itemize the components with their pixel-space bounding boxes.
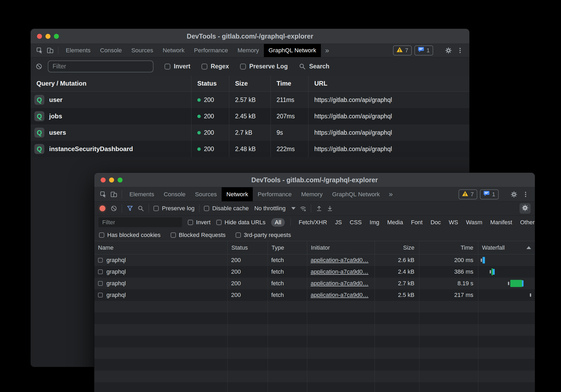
throttling-select[interactable]: No throttling [254, 205, 296, 212]
chip-media[interactable]: Media [387, 219, 403, 226]
request-row[interactable]: graphql 200 fetch application-a7ca9d0… 2… [94, 266, 535, 278]
chip-doc[interactable]: Doc [431, 219, 441, 226]
request-row[interactable]: graphql 200 fetch application-a7ca9d0… 2… [94, 278, 535, 289]
settings-gear-icon[interactable] [509, 190, 518, 199]
kebab-menu-icon[interactable] [521, 190, 530, 199]
tab-network[interactable]: Network [222, 187, 253, 201]
regex-checkbox[interactable] [202, 64, 207, 69]
query-row[interactable]: Qjobs 200 2.45 kB 207ms https://gitlab.c… [31, 108, 469, 124]
filter-input[interactable] [99, 217, 182, 227]
column-header[interactable]: Type [268, 241, 307, 254]
chip-js[interactable]: JS [335, 219, 342, 226]
tab-memory[interactable]: Memory [233, 44, 264, 57]
blocked-requests-option: Blocked Requests [171, 232, 226, 239]
preserve-log-checkbox[interactable] [240, 64, 246, 69]
chip-img[interactable]: Img [370, 219, 379, 226]
kebab-menu-icon[interactable] [456, 46, 465, 55]
initiator-link[interactable]: application-a7ca9d0… [311, 280, 368, 287]
record-button[interactable] [100, 206, 105, 211]
initiator-link[interactable]: application-a7ca9d0… [311, 257, 368, 264]
query-badge: Q [34, 95, 44, 105]
settings-gear-icon[interactable] [444, 46, 453, 55]
network-conditions-icon[interactable] [300, 205, 306, 212]
chip-css[interactable]: CSS [350, 219, 362, 226]
warnings-badge[interactable]: 7 [393, 45, 412, 55]
tab-sources[interactable]: Sources [127, 44, 158, 57]
has-blocked-cookies-option: Has blocked cookies [99, 232, 161, 239]
query-row[interactable]: QinstanceSecurityDashboard 200 2.48 kB 2… [31, 141, 469, 157]
search-control[interactable]: Search [299, 63, 329, 70]
tab-elements[interactable]: Elements [61, 44, 95, 57]
column-header[interactable]: URL [308, 76, 469, 91]
preserve-log-checkbox[interactable] [153, 206, 159, 211]
chip-wasm[interactable]: Wasm [466, 219, 483, 226]
tab-memory[interactable]: Memory [296, 187, 327, 201]
chip-other[interactable]: Other [520, 219, 535, 226]
column-header[interactable]: Size [229, 76, 270, 91]
tab-performance[interactable]: Performance [253, 187, 296, 201]
column-header[interactable]: Name [94, 241, 227, 254]
tab-console[interactable]: Console [159, 187, 190, 201]
tab-graphql-network[interactable]: GraphQL Network [264, 44, 321, 57]
waterfall-bars [478, 266, 535, 278]
chip-font[interactable]: Font [411, 219, 423, 226]
row-checkbox[interactable] [98, 269, 103, 274]
tab-network[interactable]: Network [158, 44, 189, 57]
messages-badge[interactable]: 1 [414, 45, 433, 55]
device-toolbar-icon[interactable] [46, 44, 55, 57]
chip-manifest[interactable]: Manifest [490, 219, 512, 226]
clear-icon[interactable] [110, 205, 117, 212]
more-tabs-button[interactable]: » [385, 187, 397, 201]
column-header[interactable]: Query / Mutation [31, 76, 191, 91]
column-header[interactable]: Size [375, 241, 419, 254]
invert-checkbox[interactable] [165, 64, 170, 69]
blocked-requests-checkbox[interactable] [171, 232, 176, 238]
request-row[interactable]: graphql 200 fetch application-a7ca9d0… 2… [94, 289, 535, 301]
invert-checkbox[interactable] [188, 220, 193, 225]
device-toolbar-icon[interactable] [109, 187, 118, 201]
column-header[interactable]: Time [270, 76, 308, 91]
tab-performance[interactable]: Performance [189, 44, 233, 57]
request-row[interactable]: graphql 200 fetch application-a7ca9d0… 2… [94, 254, 535, 266]
tab-graphql-network[interactable]: GraphQL Network [328, 187, 385, 201]
chip-fetch-xhr[interactable]: Fetch/XHR [299, 219, 327, 226]
hide-data-urls-checkbox[interactable] [216, 220, 222, 225]
chip-ws[interactable]: WS [449, 219, 458, 226]
row-checkbox[interactable] [98, 258, 103, 263]
status-ok-dot [197, 147, 201, 151]
third-party-requests-checkbox[interactable] [236, 232, 241, 238]
row-checkbox[interactable] [98, 293, 103, 297]
network-settings-button[interactable] [520, 203, 531, 214]
warning-icon [462, 191, 468, 198]
initiator-link[interactable]: application-a7ca9d0… [311, 292, 368, 298]
block-icon[interactable] [35, 63, 43, 70]
tab-sources[interactable]: Sources [190, 187, 222, 201]
waterfall-bars [478, 289, 535, 301]
more-tabs-button[interactable]: » [321, 44, 333, 57]
export-har-icon[interactable] [326, 205, 333, 212]
search-icon[interactable] [137, 205, 144, 212]
query-row[interactable]: Qusers 200 2.7 kB 9s https://gitlab.com/… [31, 124, 469, 141]
divider [291, 219, 291, 226]
inspect-icon[interactable] [35, 44, 44, 57]
initiator-link[interactable]: application-a7ca9d0… [311, 268, 368, 275]
column-header-waterfall[interactable]: Waterfall [478, 241, 535, 254]
column-header[interactable]: Status [227, 241, 268, 254]
messages-badge[interactable]: 1 [480, 189, 499, 199]
chip-all[interactable]: All [271, 218, 284, 227]
disable-cache-checkbox[interactable] [204, 206, 209, 211]
import-har-icon[interactable] [316, 205, 322, 212]
column-header[interactable]: Initiator [307, 241, 375, 254]
warnings-badge[interactable]: 7 [459, 189, 477, 199]
tab-elements[interactable]: Elements [125, 187, 159, 201]
inspect-icon[interactable] [99, 187, 108, 201]
column-header[interactable]: Status [191, 76, 229, 91]
row-checkbox[interactable] [98, 281, 103, 286]
column-header[interactable]: Time [419, 241, 478, 254]
status-ok-dot [197, 131, 201, 134]
tab-console[interactable]: Console [95, 44, 127, 57]
has-blocked-cookies-checkbox[interactable] [99, 232, 104, 238]
funnel-icon[interactable] [127, 205, 133, 212]
filter-input[interactable] [48, 61, 153, 72]
query-row[interactable]: Quser 200 2.57 kB 211ms https://gitlab.c… [31, 92, 469, 108]
